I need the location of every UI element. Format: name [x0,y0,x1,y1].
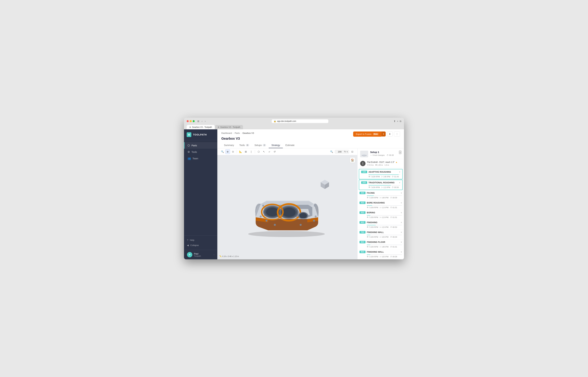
time-value: 01:44 [394,176,399,178]
sidebar-item-parts[interactable]: ⬡ Parts [184,142,217,149]
breadcrumb-parts[interactable]: Parts [235,132,240,134]
more-options-button[interactable]: ⋮ [394,131,400,137]
time-value: 00:56 [394,186,399,188]
zoom-fit-button[interactable]: ⊡ [350,149,355,154]
home-view-button[interactable]: 🏠 [350,157,355,163]
operation-item[interactable]: 9/23 FINISHING WALL ∨ ⚙ 7,639 RPM ▷ 103 … [357,249,404,259]
operation-item[interactable]: 2/23 TRADITIONAL ROUGHING ∨ ⚙ 7,639 RPM … [359,180,403,190]
op-chevron-icon: ∨ [401,202,402,204]
tab-setups[interactable]: Setups 2 [252,142,269,148]
user-profile[interactable]: P Paul Toolpath › [184,250,217,259]
hex-tool[interactable]: ⬡ [256,149,261,154]
zoom-input[interactable] [336,151,343,153]
share-button[interactable]: ⬆ [394,120,396,122]
window-controls[interactable]: ⊞ [197,119,200,123]
op-details: ⚙ 7,639 RPM ▷ 115 IPM ⏱ 00:50 [357,226,404,229]
zoom-stepper[interactable]: ⇅ [346,151,348,153]
sidebar-item-tools[interactable]: ⚙ Tools [184,149,217,155]
breadcrumb-dashboard[interactable]: Dashboard [221,132,232,134]
download-button[interactable]: ⬇ [387,131,393,137]
traffic-lights[interactable] [187,120,195,122]
zoom-out-tool[interactable]: 🔍 [220,149,225,154]
dimensions-text: 6.16 x 3.48 x 1.13 in [222,255,239,257]
forward-button[interactable]: › [204,119,206,123]
sidebar-label-tools: Tools [191,151,197,153]
back-button[interactable]: ‹ [201,119,203,123]
minimize-button[interactable] [190,120,192,122]
view-tool[interactable]: ⊙ [231,149,235,154]
help-item[interactable]: ? Help [184,237,217,243]
collapse-item[interactable]: ◀ Collapse [184,243,217,248]
setup-thumbnail [360,151,368,157]
right-panel: Setup 1 ↔ 6 tool changes ⏱ 06:38 [357,148,404,259]
op-name: TRADITIONAL ROUGHING [368,181,398,184]
tabs-nav: Summary Tools 8 Setups 2 Strategy Estima [221,142,400,148]
grid-tool[interactable]: ⊞ [244,149,248,154]
sidebar-label-parts: Parts [191,144,197,147]
op-chevron-icon: ∨ [401,241,402,243]
operation-item[interactable]: 5/23 BORING ∨ ⚙ 7,639 RPM ▷ 113 IPM ⏱ 01… [357,210,404,220]
svg-point-13 [260,215,262,217]
op-rpm: ⚙ 7,639 RPM [367,206,378,209]
url-input[interactable]: 🔒 app-dev.toolpath.com [272,119,328,123]
time-value: 01:01 [392,216,397,218]
time-icon: ⏱ [390,207,392,209]
tab-summary[interactable]: Summary [221,142,237,148]
op-number: 5/23 [360,211,365,214]
op-ipm: ▷ 115 IPM [380,226,388,228]
operation-item[interactable]: 1/23 ADAPTIVE ROUGHING ∨ ⚙ 7,639 RPM ▷ 1… [359,169,403,179]
model-viewport[interactable]: 🏠 📏 6.16 x 3.48 x 1.13 in [217,155,357,259]
op-progress-fill [367,235,370,235]
header-actions: Export to Fusion Beta ▾ ⬇ ⋮ [353,131,400,137]
maximize-button[interactable] [193,120,195,122]
rpm-icon: ⚙ [368,186,370,188]
op-progress-fill [367,205,372,206]
op-progress-bar [367,196,402,196]
tab-tools-badge: 8 [246,144,249,146]
zoom-out-button[interactable]: 🔍 [329,149,334,154]
sidebar-item-team[interactable]: 👥 Team [184,155,217,162]
tab-estimate[interactable]: Estimate [283,142,297,148]
tab-tools[interactable]: Tools 8 [237,142,252,148]
parts-icon: ⬡ [188,144,190,147]
op-header: 7/23 FINISHING WALL ∨ [357,230,404,235]
sidebar-toggle[interactable]: ⧉ [400,120,401,123]
time-value: 00:09 [392,197,397,199]
operation-item[interactable]: 6/23 FINISHING ∨ ⚙ 7,639 RPM ▷ 115 IPM ⏱… [357,220,404,230]
new-tab-button[interactable]: + [397,120,398,122]
setup-collapse-button[interactable]: ∧ [399,151,401,154]
dia-icon: ⊙ [367,164,369,166]
cycle-tool[interactable]: ↺ [272,149,277,154]
rpm-icon: ⚙ [367,236,368,238]
select-tool[interactable]: ⊕ [225,149,230,154]
op-rpm: ⚙ 7,639 RPM [367,197,378,199]
ipm-icon: ▷ [380,246,381,248]
time-value: 00:50 [392,226,397,228]
breadcrumb-sep-1: › [233,132,234,134]
close-button[interactable] [187,120,189,122]
operation-item[interactable]: 8/23 FINISHING FLOOR ∨ ⚙ 7,639 RPM ▷ 148… [357,239,404,249]
rpm-icon: ⚙ [367,226,368,228]
op-name: BORE ROUGHING [367,202,399,204]
op-progress-fill [367,215,370,215]
pointer-tool[interactable]: ↖ [262,149,266,154]
export-dropdown-button[interactable]: ▾ [381,131,386,137]
operation-item[interactable]: 4/23 BORE ROUGHING ∨ ⚙ 7,639 RPM ▷ 113 I… [357,200,404,210]
svg-point-18 [300,224,302,226]
section-tool[interactable]: | [249,149,254,154]
tools-icon: ⚙ [188,150,190,153]
op-progress-bar [368,185,400,186]
operation-item[interactable]: 3/23 FACING ∨ ⚙ 7,639 RPM ▷ 148 IPM ⏱ 00… [357,190,404,200]
path-tool[interactable]: ⤾ [267,149,272,154]
measure-tool[interactable]: 📐 [238,149,243,154]
main-content: Dashboard › Parts › Gearbox V3 Export to… [217,129,404,259]
browser-tab-inactive[interactable]: ⚙ Gearbox V3 - Toolpath [215,125,243,129]
tab-strategy[interactable]: Strategy [269,142,283,148]
export-to-fusion-button[interactable]: Export to Fusion Beta [353,131,381,137]
ipm-value: 113 IPM [382,207,388,209]
operation-item[interactable]: 7/23 FINISHING WALL ∨ ⚙ 7,639 RPM ▷ 103 … [357,230,404,239]
op-details: ⚙ 7,639 RPM ▷ 103 IPM ⏱ 00:08 [357,256,404,259]
browser-tab-active[interactable]: ⚙ Gearbox V3 - Toolpath [187,125,215,129]
time-value: 01:01 [392,207,397,209]
op-header: 6/23 FINISHING ∨ [357,220,404,225]
